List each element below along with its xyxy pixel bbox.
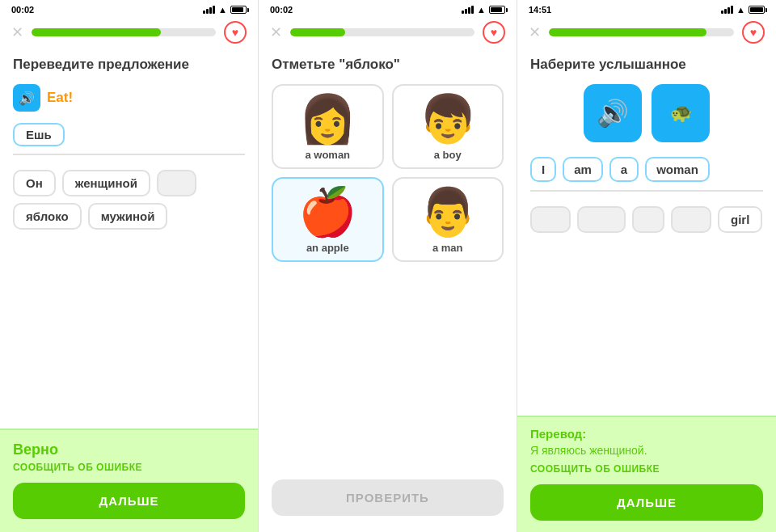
word-token-girl[interactable]: girl xyxy=(718,206,762,233)
card-emoji-woman: 👩 xyxy=(298,95,356,142)
speaker-button-1[interactable]: 🔊 xyxy=(13,84,40,112)
placed-token-am[interactable]: am xyxy=(563,157,603,182)
heart-icon-3: ♥ xyxy=(742,21,765,44)
status-icons-3: ▲ xyxy=(721,5,765,15)
word-token-yabloko[interactable]: яблоко xyxy=(13,203,82,230)
exercise-title-3: Наберите услышанное xyxy=(530,57,763,73)
translation-text: Я являюсь женщиной. xyxy=(530,444,763,457)
panel2-content: Отметьте "яблоко" 👩 a woman 👦 a boy 🍎 an… xyxy=(259,50,517,479)
word-token-empty3 xyxy=(632,206,664,233)
continue-button-3[interactable]: ДАЛЬШЕ xyxy=(530,484,763,521)
placed-token-woman[interactable]: woman xyxy=(645,157,710,182)
battery-icon xyxy=(230,6,247,14)
audio-prompt-1: 🔊 Eat! xyxy=(13,84,245,112)
battery-icon-3 xyxy=(749,6,765,14)
play-slow-button[interactable]: 🐢 xyxy=(652,84,710,142)
card-emoji-boy: 👦 xyxy=(419,95,477,142)
time-3: 14:51 xyxy=(529,5,551,15)
exercise-title-2: Отметьте "яблоко" xyxy=(272,57,504,73)
progress-fill-3 xyxy=(549,28,706,36)
panel1-content: Переведите предложение 🔊 Eat! Ешь Он жен… xyxy=(0,50,258,429)
image-grid: 👩 a woman 👦 a boy 🍎 an apple 👨 a man xyxy=(272,84,504,262)
placed-token-I[interactable]: I xyxy=(530,157,556,182)
word-token-on[interactable]: Он xyxy=(13,170,56,196)
card-label-apple: an apple xyxy=(306,242,349,254)
card-boy[interactable]: 👦 a boy xyxy=(392,84,504,169)
translation-box: Перевод: Я являюсь женщиной. СООБЩИТЬ ОБ… xyxy=(517,416,776,532)
top-bar-2: ✕ ♥ xyxy=(259,18,517,50)
answer-token-1: Ешь xyxy=(13,123,65,146)
card-emoji-man: 👨 xyxy=(419,188,477,235)
result-label-1: Верно xyxy=(13,441,245,458)
answer-box-1: Ешь xyxy=(13,123,245,155)
wifi-icon: ▲ xyxy=(218,5,227,15)
time-2: 00:02 xyxy=(270,5,293,15)
heart-icon-2: ♥ xyxy=(483,21,505,44)
report-link-1[interactable]: СООБЩИТЬ ОБ ОШИБКЕ xyxy=(13,462,245,473)
progress-fill-1 xyxy=(32,28,161,36)
status-bar-2: 00:02 ▲ xyxy=(259,0,517,18)
signal-icon-2 xyxy=(462,6,474,14)
wifi-icon-2: ▲ xyxy=(477,5,486,15)
word-token-empty1 xyxy=(530,206,571,233)
answer-area-3: I am a woman xyxy=(530,157,763,192)
check-button[interactable]: ПРОВЕРИТЬ xyxy=(272,479,504,516)
progress-bar-3 xyxy=(549,28,734,36)
top-bar-1: ✕ ♥ xyxy=(0,18,258,50)
panel-2: 00:02 ▲ ✕ ♥ Отметьте "яблоко" 👩 a woman xyxy=(259,0,517,532)
panel-3: 14:51 ▲ ✕ ♥ Наберите услышанное 🔊 🐢 xyxy=(517,0,776,532)
wifi-icon-3: ▲ xyxy=(736,5,745,15)
progress-bar-2 xyxy=(290,28,474,36)
prompt-text-1: Eat! xyxy=(47,90,73,106)
close-button-3[interactable]: ✕ xyxy=(529,25,541,40)
panel3-content: Наберите услышанное 🔊 🐢 I am a woman gir… xyxy=(517,50,776,412)
progress-bar-1 xyxy=(32,28,216,36)
card-label-boy: a boy xyxy=(434,149,462,161)
report-link-3[interactable]: СООБЩИТЬ ОБ ОШИБКЕ xyxy=(530,463,763,475)
close-button-2[interactable]: ✕ xyxy=(270,25,282,40)
close-button-1[interactable]: ✕ xyxy=(11,25,23,40)
audio-buttons: 🔊 🐢 xyxy=(530,84,763,142)
result-panel-1: Верно СООБЩИТЬ ОБ ОШИБКЕ ДАЛЬШЕ xyxy=(0,429,258,532)
word-token-empty xyxy=(157,170,196,196)
card-emoji-apple: 🍎 xyxy=(298,188,356,235)
card-label-man: a man xyxy=(432,242,463,254)
signal-icon-3 xyxy=(721,6,733,14)
card-apple[interactable]: 🍎 an apple xyxy=(272,177,384,262)
time-1: 00:02 xyxy=(11,5,34,15)
word-token-empty2 xyxy=(577,206,626,233)
check-area: ПРОВЕРИТЬ xyxy=(259,479,517,532)
placed-token-a[interactable]: a xyxy=(609,157,639,182)
word-token-empty4 xyxy=(671,206,711,233)
word-bank-3: girl xyxy=(530,206,763,233)
panel-1: 00:02 ▲ ✕ ♥ Переведите предложение 🔊 Eat… xyxy=(0,0,259,532)
status-icons-2: ▲ xyxy=(462,5,505,15)
exercise-title-1: Переведите предложение xyxy=(13,57,245,73)
word-token-muzshinoy[interactable]: мужиной xyxy=(88,203,168,230)
translation-title: Перевод: xyxy=(530,427,763,441)
top-bar-3: ✕ ♥ xyxy=(517,18,776,50)
card-man[interactable]: 👨 a man xyxy=(392,177,504,262)
status-icons-1: ▲ xyxy=(203,5,247,15)
progress-fill-2 xyxy=(290,28,345,36)
signal-icon xyxy=(203,6,215,14)
status-bar-1: 00:02 ▲ xyxy=(0,0,258,18)
word-token-zhenshinoy[interactable]: женщиной xyxy=(62,170,150,196)
battery-icon-2 xyxy=(489,6,505,14)
word-bank-1: Он женщиной яблоко мужиной xyxy=(13,170,245,230)
continue-button-1[interactable]: ДАЛЬШЕ xyxy=(13,483,245,519)
heart-icon-1: ♥ xyxy=(224,21,247,44)
panel3-bottom: Перевод: Я являюсь женщиной. СООБЩИТЬ ОБ… xyxy=(517,412,776,532)
turtle-icon: 🐢 xyxy=(670,103,692,124)
status-bar-3: 14:51 ▲ xyxy=(517,0,776,18)
card-woman[interactable]: 👩 a woman xyxy=(272,84,384,169)
play-audio-button[interactable]: 🔊 xyxy=(584,84,642,142)
card-label-woman: a woman xyxy=(305,149,350,161)
